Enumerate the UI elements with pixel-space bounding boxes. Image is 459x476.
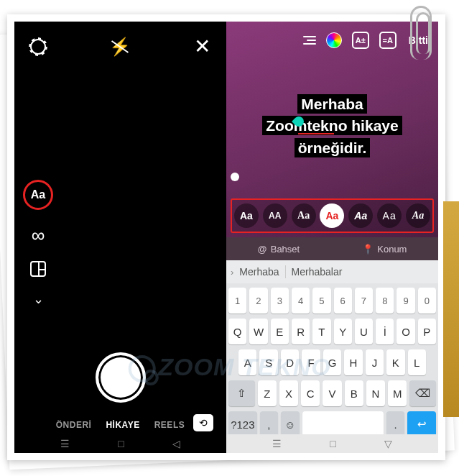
key-N[interactable]: N [366, 380, 385, 406]
key-R[interactable]: R [292, 319, 310, 344]
nav-back-icon[interactable]: ◁ [172, 438, 180, 449]
story-line-3: örneğidir. [295, 138, 371, 157]
emoji-key[interactable]: ☺ [281, 411, 299, 437]
key-H[interactable]: H [344, 349, 362, 375]
text-mode-button[interactable]: Aa [23, 180, 53, 210]
font-option-7[interactable]: Aa [406, 203, 430, 228]
size-slider-handle[interactable] [231, 173, 239, 181]
nav-back-icon[interactable]: ▽ [384, 438, 392, 449]
comma-key[interactable]: , [260, 411, 278, 437]
key-F[interactable]: F [302, 349, 320, 375]
font-option-3[interactable]: Aa [292, 203, 316, 228]
key-9[interactable]: 9 [397, 288, 414, 313]
key-Z[interactable]: Z [258, 380, 277, 406]
layout-icon[interactable] [30, 261, 46, 277]
mode-prev[interactable]: ÖNDERİ [56, 420, 92, 430]
key-W[interactable]: W [249, 319, 267, 344]
key-E[interactable]: E [271, 319, 289, 344]
backspace-key[interactable]: ⌫ [409, 380, 436, 406]
keyboard: 1234567890 QWERTYUİOP ASDFGHJKL ⇧ ZXCVBN… [226, 283, 438, 444]
android-nav-bar: ☰ □ ◁ [14, 434, 226, 453]
key-J[interactable]: J [366, 349, 384, 375]
nav-menu-icon[interactable]: ☰ [272, 438, 282, 449]
text-animate-icon[interactable]: =A [379, 32, 397, 49]
key-V[interactable]: V [323, 380, 341, 406]
nav-menu-icon[interactable]: ☰ [60, 438, 70, 449]
shift-key[interactable]: ⇧ [228, 380, 255, 406]
key-L[interactable]: L [408, 349, 426, 375]
story-text-editor-screen: A± =A Bitti Merhaba Zoomtekno hikaye örn… [226, 22, 438, 453]
font-option-2[interactable]: AA [263, 203, 287, 228]
key-M[interactable]: M [388, 380, 407, 406]
close-icon[interactable]: ✕ [194, 35, 210, 58]
space-key[interactable] [302, 411, 384, 437]
paperclip-decoration [410, 6, 432, 60]
location-sticker[interactable]: 📍Konum [362, 244, 407, 255]
key-Q[interactable]: Q [228, 319, 246, 344]
key-G[interactable]: G [323, 349, 341, 375]
key-3[interactable]: 3 [271, 288, 289, 313]
chevron-down-icon[interactable]: ⌄ [33, 291, 44, 307]
spellcheck-underline [298, 133, 334, 134]
key-A[interactable]: A [238, 349, 256, 375]
prediction-collapse-icon[interactable]: › [231, 267, 233, 278]
key-O[interactable]: O [397, 319, 414, 344]
align-icon[interactable] [303, 36, 316, 45]
prediction-1[interactable]: Merhaba [239, 266, 279, 278]
color-picker-icon[interactable] [326, 32, 342, 48]
switch-camera-icon[interactable]: ⟲ [193, 414, 213, 431]
keyboard-predictions: › Merhaba Merhabalar [226, 260, 438, 283]
key-P[interactable]: P [418, 319, 436, 344]
key-İ[interactable]: İ [376, 319, 394, 344]
key-D[interactable]: D [281, 349, 299, 375]
mode-reels[interactable]: REELS [154, 420, 185, 430]
period-key[interactable]: . [386, 411, 404, 437]
key-8[interactable]: 8 [376, 288, 394, 313]
key-S[interactable]: S [259, 349, 277, 375]
key-0[interactable]: 0 [418, 288, 436, 313]
text-size-icon[interactable]: A± [352, 32, 369, 49]
key-7[interactable]: 7 [355, 288, 373, 313]
key-4[interactable]: 4 [292, 288, 310, 313]
story-text-content[interactable]: Merhaba Zoomtekno hikaye örneğidir. [226, 93, 438, 159]
flash-off-icon[interactable]: ⚡ [109, 37, 131, 57]
settings-gear-icon[interactable] [30, 39, 46, 55]
font-option-6[interactable]: Aa [377, 203, 402, 228]
camera-screen: ⚡ ✕ Aa ∞ ⌄ ÖNDERİ HİKAYE REELS ⟲ ☰ □ ◁ [14, 22, 226, 453]
font-option-4-selected[interactable]: Aa [320, 203, 344, 228]
key-U[interactable]: U [355, 319, 373, 344]
nav-home-icon[interactable]: □ [118, 438, 124, 449]
boomerang-icon[interactable]: ∞ [32, 224, 45, 247]
symbols-key[interactable]: ?123 [228, 411, 257, 437]
font-selector-strip: Aa AA Aa Aa Aa Aa Aa [231, 198, 434, 233]
sticker-suggestions: @Bahset 📍Konum [226, 237, 438, 260]
key-Y[interactable]: Y [334, 319, 352, 344]
key-5[interactable]: 5 [312, 288, 330, 313]
prediction-2[interactable]: Merhabalar [292, 266, 343, 278]
key-6[interactable]: 6 [334, 288, 352, 313]
key-B[interactable]: B [345, 380, 363, 406]
key-2[interactable]: 2 [249, 288, 267, 313]
shutter-button[interactable] [96, 352, 146, 403]
key-T[interactable]: T [312, 319, 330, 344]
mention-sticker[interactable]: @Bahset [258, 244, 300, 255]
key-1[interactable]: 1 [228, 288, 246, 313]
android-nav-bar-right: ☰ □ ▽ [226, 434, 438, 453]
story-line-1: Merhaba [297, 94, 366, 114]
enter-key[interactable]: ↩ [407, 411, 436, 437]
key-X[interactable]: X [279, 380, 298, 406]
nav-home-icon[interactable]: □ [330, 438, 335, 449]
font-option-5[interactable]: Aa [348, 203, 373, 228]
font-option-1[interactable]: Aa [234, 203, 259, 228]
mode-story[interactable]: HİKAYE [106, 420, 139, 430]
key-K[interactable]: K [386, 349, 404, 375]
key-C[interactable]: C [301, 380, 320, 406]
